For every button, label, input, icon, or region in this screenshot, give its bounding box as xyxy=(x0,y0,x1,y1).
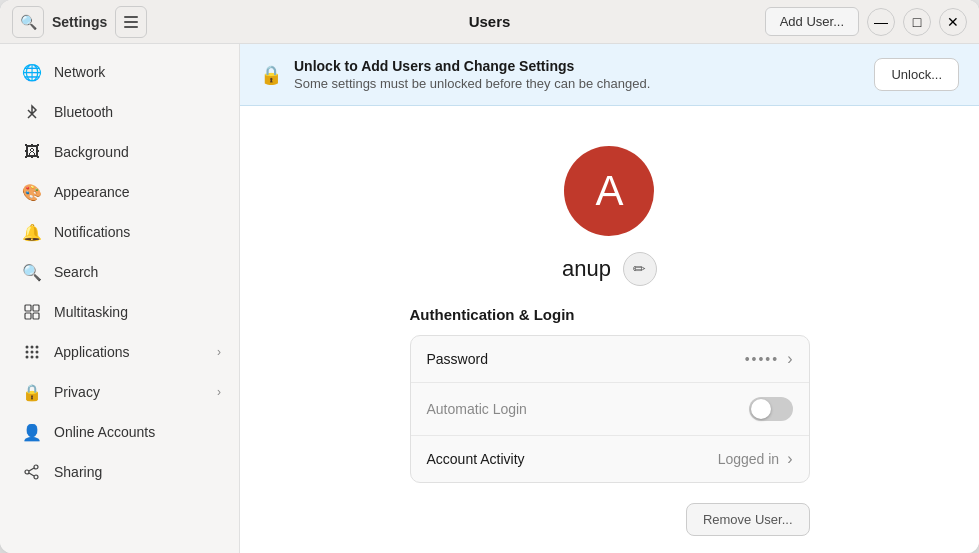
svg-point-13 xyxy=(34,465,38,469)
auth-section: Authentication & Login Password ••••• › … xyxy=(390,306,830,503)
settings-window: 🔍 Settings Users Add User... — □ ✕ 🌐 Net… xyxy=(0,0,979,553)
sharing-icon xyxy=(22,462,42,482)
svg-point-11 xyxy=(31,356,34,359)
user-avatar: A xyxy=(564,146,654,236)
sidebar-label-appearance: Appearance xyxy=(54,184,130,200)
titlebar-left: 🔍 Settings xyxy=(12,6,252,38)
appearance-icon: 🎨 xyxy=(22,182,42,202)
maximize-button[interactable]: □ xyxy=(903,8,931,36)
sidebar-item-privacy[interactable]: 🔒 Privacy › xyxy=(6,372,233,412)
unlock-subtitle: Some settings must be unlocked before th… xyxy=(294,76,862,91)
edit-user-button[interactable]: ✏ xyxy=(623,252,657,286)
sidebar-item-search[interactable]: 🔍 Search xyxy=(6,252,233,292)
main-content: 🔒 Unlock to Add Users and Change Setting… xyxy=(240,44,979,553)
svg-line-16 xyxy=(29,468,34,471)
settings-label: Settings xyxy=(52,14,107,30)
remove-user-button[interactable]: Remove User... xyxy=(686,503,810,536)
sidebar-item-bluetooth[interactable]: Bluetooth xyxy=(6,92,233,132)
svg-point-15 xyxy=(34,475,38,479)
lock-icon: 🔒 xyxy=(260,64,282,86)
unlock-button[interactable]: Unlock... xyxy=(874,58,959,91)
svg-point-14 xyxy=(25,470,29,474)
sidebar-label-multitasking: Multitasking xyxy=(54,304,128,320)
bluetooth-icon xyxy=(22,102,42,122)
svg-line-17 xyxy=(29,473,34,476)
auth-row-account-activity[interactable]: Account Activity Logged in › xyxy=(411,436,809,482)
unlock-text: Unlock to Add Users and Change Settings … xyxy=(294,58,862,91)
svg-rect-3 xyxy=(33,313,39,319)
svg-point-6 xyxy=(36,346,39,349)
pencil-icon: ✏ xyxy=(633,260,646,278)
password-label: Password xyxy=(427,351,745,367)
search-sidebar-icon: 🔍 xyxy=(22,262,42,282)
svg-point-8 xyxy=(31,351,34,354)
applications-icon xyxy=(22,342,42,362)
account-activity-status: Logged in xyxy=(718,451,780,467)
avatar-letter: A xyxy=(595,167,623,215)
notifications-icon: 🔔 xyxy=(22,222,42,242)
privacy-icon: 🔒 xyxy=(22,382,42,402)
sidebar-label-applications: Applications xyxy=(54,344,130,360)
sidebar-label-search: Search xyxy=(54,264,98,280)
remove-section: Remove User... xyxy=(390,503,830,553)
svg-point-9 xyxy=(36,351,39,354)
background-icon: 🖼 xyxy=(22,142,42,162)
sidebar: 🌐 Network Bluetooth 🖼 Background 🎨 Appea… xyxy=(0,44,240,553)
sidebar-item-network[interactable]: 🌐 Network xyxy=(6,52,233,92)
search-button[interactable]: 🔍 xyxy=(12,6,44,38)
auth-row-password[interactable]: Password ••••• › xyxy=(411,336,809,383)
sidebar-label-sharing: Sharing xyxy=(54,464,102,480)
privacy-chevron-icon: › xyxy=(217,385,221,399)
close-button[interactable]: ✕ xyxy=(939,8,967,36)
titlebar: 🔍 Settings Users Add User... — □ ✕ xyxy=(0,0,979,44)
sidebar-label-online-accounts: Online Accounts xyxy=(54,424,155,440)
svg-point-7 xyxy=(26,351,29,354)
svg-rect-2 xyxy=(25,313,31,319)
content-area: 🌐 Network Bluetooth 🖼 Background 🎨 Appea… xyxy=(0,44,979,553)
online-accounts-icon: 👤 xyxy=(22,422,42,442)
search-icon: 🔍 xyxy=(20,14,37,30)
user-row: anup ✏ xyxy=(562,252,657,286)
password-dots: ••••• xyxy=(745,351,780,367)
sidebar-item-sharing[interactable]: Sharing xyxy=(6,452,233,492)
main-inner: A anup ✏ Authentication & Login xyxy=(240,106,979,553)
minimize-button[interactable]: — xyxy=(867,8,895,36)
menu-button[interactable] xyxy=(115,6,147,38)
username-label: anup xyxy=(562,256,611,282)
automatic-login-toggle[interactable] xyxy=(749,397,793,421)
sidebar-item-online-accounts[interactable]: 👤 Online Accounts xyxy=(6,412,233,452)
svg-point-4 xyxy=(26,346,29,349)
multitasking-icon xyxy=(22,302,42,322)
svg-point-10 xyxy=(26,356,29,359)
network-icon: 🌐 xyxy=(22,62,42,82)
password-chevron-icon: › xyxy=(787,350,792,368)
sidebar-label-notifications: Notifications xyxy=(54,224,130,240)
add-user-button[interactable]: Add User... xyxy=(765,7,859,36)
svg-rect-0 xyxy=(25,305,31,311)
auth-card: Password ••••• › Automatic Login Account… xyxy=(410,335,810,483)
titlebar-right: Add User... — □ ✕ xyxy=(727,7,967,36)
sidebar-label-network: Network xyxy=(54,64,105,80)
sidebar-item-appearance[interactable]: 🎨 Appearance xyxy=(6,172,233,212)
account-activity-label: Account Activity xyxy=(427,451,718,467)
account-activity-chevron-icon: › xyxy=(787,450,792,468)
auth-row-automatic-login: Automatic Login xyxy=(411,383,809,436)
unlock-banner: 🔒 Unlock to Add Users and Change Setting… xyxy=(240,44,979,106)
svg-point-5 xyxy=(31,346,34,349)
sidebar-label-privacy: Privacy xyxy=(54,384,100,400)
automatic-login-label: Automatic Login xyxy=(427,401,749,417)
hamburger-icon xyxy=(124,16,138,28)
sidebar-item-notifications[interactable]: 🔔 Notifications xyxy=(6,212,233,252)
user-section: A anup ✏ xyxy=(542,106,677,306)
sidebar-item-multitasking[interactable]: Multitasking xyxy=(6,292,233,332)
sidebar-item-applications[interactable]: Applications › xyxy=(6,332,233,372)
page-title: Users xyxy=(252,13,727,30)
applications-chevron-icon: › xyxy=(217,345,221,359)
sidebar-label-bluetooth: Bluetooth xyxy=(54,104,113,120)
svg-rect-1 xyxy=(33,305,39,311)
svg-point-12 xyxy=(36,356,39,359)
sidebar-item-background[interactable]: 🖼 Background xyxy=(6,132,233,172)
auth-section-title: Authentication & Login xyxy=(410,306,810,323)
unlock-title: Unlock to Add Users and Change Settings xyxy=(294,58,862,74)
sidebar-label-background: Background xyxy=(54,144,129,160)
